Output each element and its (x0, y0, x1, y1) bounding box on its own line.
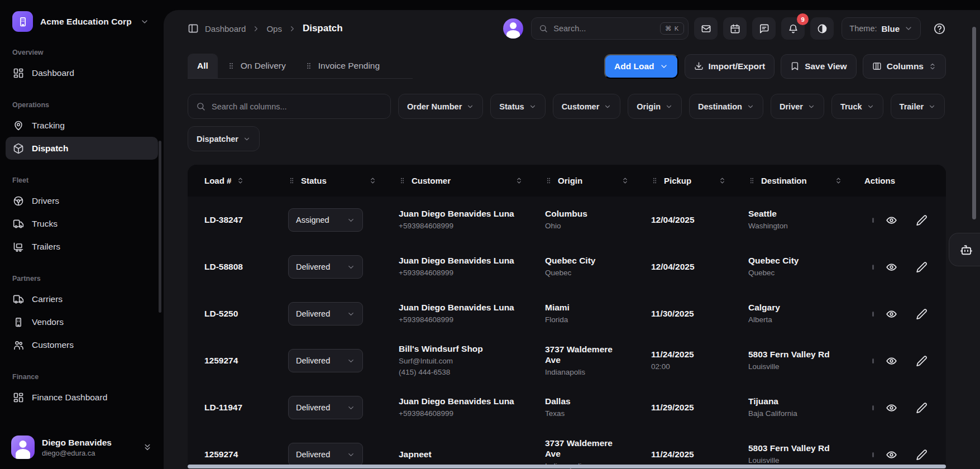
origin-cell: Quebec CityQuebec (545, 256, 651, 277)
view-load-button[interactable] (886, 355, 897, 367)
edit-load-button[interactable] (916, 355, 928, 367)
filter-customer[interactable]: Customer (553, 94, 621, 119)
global-search[interactable]: ⌘ K (531, 17, 689, 40)
bell-icon (788, 23, 799, 34)
save-view-button[interactable]: Save View (781, 54, 857, 79)
sidebar-item-label: Vendors (32, 317, 64, 327)
messages-button[interactable] (752, 17, 776, 40)
view-load-button[interactable] (886, 308, 897, 320)
pickup-cell: 12/04/2025 (651, 215, 748, 226)
status-select[interactable]: Delivered (288, 349, 363, 372)
destination-city: Calgary (748, 303, 840, 313)
view-load-button[interactable] (886, 261, 897, 273)
filter-status[interactable]: Status (490, 94, 545, 119)
sidebar-item-finance-dashboard[interactable]: Finance Dashboard (6, 386, 158, 409)
view-load-button[interactable] (886, 449, 897, 461)
chevron-down-icon (140, 17, 149, 26)
view-load-button[interactable] (886, 402, 897, 414)
steering-wheel-icon (13, 195, 24, 207)
import-export-button[interactable]: Import/Export (685, 54, 775, 79)
horizontal-scrollbar-thumb[interactable] (188, 465, 946, 468)
column-header-origin[interactable]: Origin (545, 176, 651, 185)
add-load-button[interactable]: Add Load (604, 54, 678, 79)
edit-load-button[interactable] (916, 214, 928, 226)
column-header-actions: Actions (864, 176, 946, 185)
sidebar-item-dispatch[interactable]: Dispatch (6, 137, 158, 160)
column-header-destination[interactable]: Destination (748, 176, 864, 185)
chevron-down-icon (347, 404, 355, 412)
column-label: Status (301, 176, 327, 185)
table-body: LD-38247AssignedJuan Diego Benavides Lun… (188, 197, 946, 469)
calendar-button[interactable] (723, 17, 747, 40)
search-icon (196, 102, 205, 111)
main-panel: Dashboard Ops Dispatch ⌘ K (164, 10, 980, 469)
tab-all[interactable]: All (188, 54, 218, 78)
column-header-pickup[interactable]: Pickup (651, 176, 748, 185)
user-menu[interactable]: Diego Benavides diego@edura.ca (0, 428, 164, 469)
sidebar-item-customers[interactable]: Customers (6, 333, 158, 356)
column-header-status[interactable]: Status (288, 176, 399, 185)
breadcrumb-ops[interactable]: Ops (266, 24, 282, 34)
edit-load-button[interactable] (916, 261, 928, 273)
column-header-load[interactable]: Load # (204, 176, 288, 185)
status-select[interactable]: Delivered (288, 302, 363, 326)
sidebar-item-trailers[interactable]: Trailers (6, 235, 158, 258)
panel-left-icon[interactable] (188, 23, 199, 34)
column-header-customer[interactable]: Customer (399, 176, 545, 185)
filter-driver[interactable]: Driver (771, 94, 824, 119)
filter-truck[interactable]: Truck (831, 94, 883, 119)
filter-dispatcher[interactable]: Dispatcher (188, 126, 260, 151)
tab-on-delivery[interactable]: On Delivery (218, 54, 295, 78)
sidebar-item-carriers[interactable]: Carriers (6, 288, 158, 310)
load-number-cell: LD-58808 (204, 262, 288, 272)
org-switcher[interactable]: Acme Education Corp (0, 0, 164, 32)
filter-origin[interactable]: Origin (628, 94, 682, 119)
filter-destination[interactable]: Destination (689, 94, 763, 119)
add-load-label: Add Load (614, 61, 654, 71)
status-select[interactable]: Delivered (288, 255, 363, 279)
table-row: LD-38247AssignedJuan Diego Benavides Lun… (188, 197, 946, 243)
filter-trailer[interactable]: Trailer (891, 94, 945, 119)
help-circle-icon[interactable] (933, 22, 946, 35)
customer-name: Juan Diego Benavides Luna (399, 303, 520, 313)
search-input[interactable] (553, 24, 654, 33)
avatar[interactable] (503, 18, 523, 39)
theme-label: Theme: (849, 24, 877, 33)
edit-load-button[interactable] (916, 449, 928, 461)
filter-order-number[interactable]: Order Number (398, 94, 483, 119)
truncated-column-mark (872, 312, 874, 317)
status-select[interactable]: Delivered (288, 443, 363, 466)
edit-load-button[interactable] (916, 402, 928, 414)
sidebar-item-label: Customers (32, 340, 74, 350)
cell-secondary: +593984608999 (399, 409, 520, 419)
pickup-cell: 11/30/2025 (651, 309, 748, 319)
mail-button[interactable] (694, 17, 718, 40)
theme-select[interactable]: Theme: Blue (842, 17, 921, 40)
edit-load-button[interactable] (916, 308, 928, 320)
theme-value: Blue (881, 24, 900, 34)
table-search[interactable] (188, 94, 391, 119)
destination-city: Seattle (748, 209, 840, 219)
notifications-button[interactable]: 9 (781, 17, 805, 40)
sidebar-scrollbar-thumb[interactable] (159, 141, 161, 313)
origin-city: Quebec City (545, 256, 627, 266)
sidebar-item-drivers[interactable]: Drivers (6, 189, 158, 212)
status-select[interactable]: Assigned (288, 208, 363, 232)
org-logo (12, 11, 33, 32)
sidebar-item-tracking[interactable]: Tracking (6, 114, 158, 137)
table-search-input[interactable] (212, 102, 383, 111)
sidebar-item-dashboard[interactable]: Dashboard (6, 61, 158, 84)
vertical-scrollbar-thumb[interactable] (972, 27, 976, 219)
sidebar-item-trucks[interactable]: Trucks (6, 212, 158, 235)
view-load-button[interactable] (886, 214, 897, 226)
sidebar-item-vendors[interactable]: Vendors (6, 310, 158, 333)
breadcrumb-dashboard[interactable]: Dashboard (205, 24, 246, 34)
chevron-down-icon (347, 263, 355, 271)
contrast-toggle-button[interactable] (810, 17, 834, 40)
ai-assistant-tab[interactable] (949, 233, 980, 266)
columns-button[interactable]: Columns (863, 54, 946, 79)
origin-city: Dallas (545, 396, 627, 407)
tab-invoice-pending[interactable]: Invoice Pending (295, 54, 389, 78)
status-select[interactable]: Delivered (288, 396, 363, 419)
status-value: Delivered (296, 356, 330, 365)
